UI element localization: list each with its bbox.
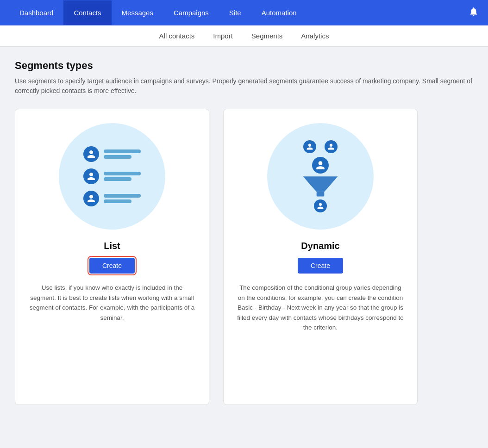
list-row-3 (83, 191, 141, 206)
bar-2b (104, 177, 131, 181)
svg-marker-0 (303, 176, 338, 192)
sub-navigation: All contacts Import Segments Analytics (0, 25, 488, 47)
cards-container: List Create Use lists, if you know who e… (15, 109, 473, 405)
person-icon-1 (83, 146, 99, 162)
list-row-2 (83, 168, 141, 184)
list-create-button[interactable]: Create (89, 258, 135, 274)
funnel-person-1 (303, 140, 316, 153)
nav-dashboard[interactable]: Dashboard (9, 0, 63, 25)
top-navigation: Dashboard Contacts Messages Campaigns Si… (0, 0, 488, 25)
dynamic-illustration-circle (267, 123, 374, 230)
bar-1a (104, 149, 141, 153)
bar-2a (104, 172, 141, 175)
bell-icon[interactable] (469, 6, 479, 19)
page-description: Use segments to specify target audience … (15, 76, 473, 96)
list-illustration-circle (59, 123, 165, 230)
nav-campaigns[interactable]: Campaigns (163, 0, 219, 25)
person-icon-3 (83, 191, 99, 206)
list-card-description: Use lists, if you know who exactly is in… (28, 283, 196, 323)
page-content: Segments types Use segments to specify t… (0, 47, 488, 418)
bar-1b (104, 155, 131, 159)
funnel-svg (297, 174, 344, 198)
nav-links: Dashboard Contacts Messages Campaigns Si… (9, 0, 307, 25)
list-bars-2 (104, 172, 141, 181)
list-row-1 (83, 146, 141, 162)
sub-nav-import[interactable]: Import (213, 30, 233, 42)
dynamic-create-button[interactable]: Create (298, 258, 343, 274)
dynamic-card-name: Dynamic (301, 241, 339, 251)
nav-automation[interactable]: Automation (251, 0, 307, 25)
list-bars-3 (104, 194, 141, 203)
funnel-person-mid (312, 157, 329, 174)
list-illustration (83, 146, 141, 206)
nav-messages[interactable]: Messages (112, 0, 163, 25)
funnel-person-bottom (314, 199, 327, 212)
list-card: List Create Use lists, if you know who e… (15, 109, 209, 405)
dynamic-card-description: The composition of the conditional group… (237, 283, 404, 333)
bar-3b (104, 199, 131, 203)
list-card-name: List (104, 241, 120, 251)
funnel-person-2 (325, 140, 338, 153)
list-bars-1 (104, 149, 141, 159)
nav-site[interactable]: Site (219, 0, 251, 25)
svg-rect-1 (317, 192, 325, 197)
sub-nav-segments[interactable]: Segments (251, 30, 283, 42)
dynamic-card: Dynamic Create The composition of the co… (223, 109, 418, 405)
person-icon-2 (83, 168, 99, 184)
page-title: Segments types (15, 60, 473, 72)
sub-nav-all-contacts[interactable]: All contacts (159, 30, 195, 42)
funnel-top-row (303, 140, 338, 153)
bar-3a (104, 194, 141, 198)
funnel-illustration (283, 140, 357, 212)
nav-contacts[interactable]: Contacts (63, 0, 111, 25)
sub-nav-analytics[interactable]: Analytics (301, 30, 329, 42)
